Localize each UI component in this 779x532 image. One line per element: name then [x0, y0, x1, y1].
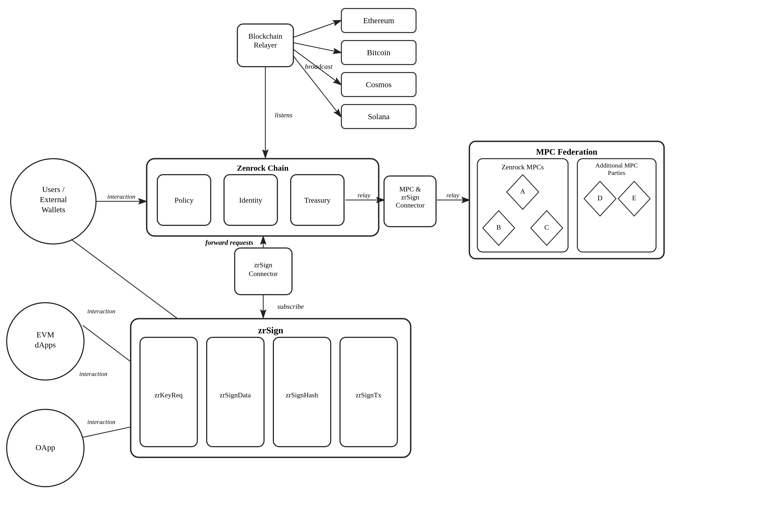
additional-mpc-label2: Parties — [608, 169, 625, 176]
interaction-label3: interaction — [87, 418, 115, 425]
zrsignhash-label: zrSignHash — [286, 391, 318, 399]
interaction-label4: interaction — [79, 370, 107, 377]
svg-line-6 — [293, 43, 341, 53]
policy-label: Policy — [174, 196, 194, 204]
mpc-connector-label: MPC & — [399, 185, 421, 193]
mpc-connector-label3: Connector — [396, 201, 425, 209]
users-wallets-label2: External — [40, 195, 67, 204]
zrsigntx-label: zrSignTx — [356, 391, 382, 399]
zrsigndata-label: zrSignData — [220, 391, 251, 399]
node-a-label: A — [520, 187, 525, 195]
blockchain-relayer-label2: Relayer — [254, 41, 277, 49]
cosmos-label: Cosmos — [366, 80, 392, 89]
listens-label: listens — [275, 111, 292, 119]
users-wallets-label3: Wallets — [41, 205, 65, 214]
additional-mpc-label: Additional MPC — [595, 162, 638, 169]
identity-label: Identity — [239, 196, 262, 204]
blockchain-relayer-label: Blockchain — [248, 32, 283, 40]
svg-line-5 — [293, 20, 341, 37]
interaction-label2: interaction — [87, 308, 115, 315]
zrkeyreq-label: zrKeyReq — [155, 391, 182, 399]
zrsign-label: zrSign — [258, 325, 284, 335]
treasury-label: Treasury — [304, 196, 331, 204]
oapp-label: OApp — [36, 443, 55, 452]
broadcast-label: broadcast — [305, 63, 333, 70]
users-wallets-label: Users / — [42, 185, 65, 194]
evm-dapps-label: EVM — [37, 330, 54, 339]
node-c-label: C — [544, 224, 549, 231]
bitcoin-label: Bitcoin — [367, 48, 391, 57]
zrsign-connector-label: zrSign — [254, 261, 272, 269]
evm-dapps-label2: dApps — [35, 340, 56, 349]
node-d-label: D — [598, 194, 603, 202]
node-e-label: E — [632, 194, 636, 202]
mpc-federation-label: MPC Federation — [536, 147, 597, 157]
relay-label1: relay — [358, 192, 371, 199]
ethereum-label: Ethereum — [363, 16, 395, 25]
mpc-connector-label2: zrSign — [401, 193, 419, 201]
interaction-label1: interaction — [107, 193, 135, 200]
node-b-label: B — [496, 224, 501, 231]
solana-label: Solana — [368, 112, 390, 121]
forward-requests-label: forward requests — [205, 239, 253, 246]
zrsign-connector-label2: Connector — [249, 270, 278, 278]
zenrock-chain-label: Zenrock Chain — [237, 164, 289, 172]
zenrock-mpcs-label: Zenrock MPCs — [502, 163, 544, 171]
subscribe-label: subscribe — [277, 303, 304, 310]
relay-label2: relay — [446, 192, 460, 199]
